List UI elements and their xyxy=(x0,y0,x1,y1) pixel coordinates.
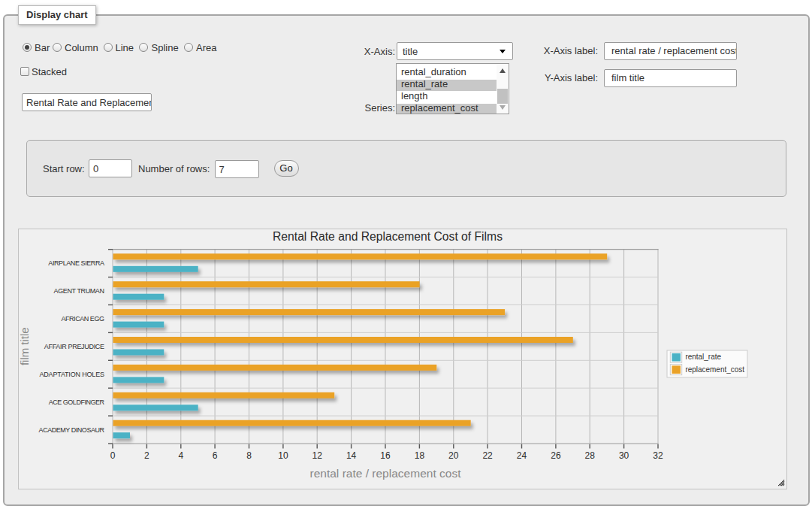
svg-text:28: 28 xyxy=(585,450,596,461)
svg-text:AIRPLANE SIERRA: AIRPLANE SIERRA xyxy=(48,259,104,267)
svg-text:Rental Rate and Replacement Co: Rental Rate and Replacement Cost of Film… xyxy=(273,230,503,243)
svg-text:12: 12 xyxy=(312,450,323,461)
svg-text:14: 14 xyxy=(346,450,357,461)
svg-text:rental rate / replacement cost: rental rate / replacement cost xyxy=(310,467,462,480)
svg-text:ADAPTATION HOLES: ADAPTATION HOLES xyxy=(39,371,104,378)
svg-text:26: 26 xyxy=(551,450,561,461)
svg-text:rental_rate: rental_rate xyxy=(685,352,721,361)
svg-text:ACADEMY DINOSAUR: ACADEMY DINOSAUR xyxy=(39,426,105,434)
svg-text:32: 32 xyxy=(653,450,663,461)
svg-text:0: 0 xyxy=(110,450,116,461)
svg-text:24: 24 xyxy=(517,450,527,461)
svg-text:16: 16 xyxy=(380,450,391,461)
svg-text:film title: film title xyxy=(19,327,31,365)
svg-text:2: 2 xyxy=(144,450,149,461)
svg-text:AFRICAN EGG: AFRICAN EGG xyxy=(61,315,104,323)
svg-text:4: 4 xyxy=(178,450,183,461)
svg-text:AGENT TRUMAN: AGENT TRUMAN xyxy=(54,287,105,295)
svg-text:30: 30 xyxy=(619,450,629,461)
svg-text:AFFAIR PREJUDICE: AFFAIR PREJUDICE xyxy=(44,343,104,350)
svg-text:22: 22 xyxy=(482,450,493,461)
svg-text:18: 18 xyxy=(415,450,425,461)
svg-text:ACE GOLDFINGER: ACE GOLDFINGER xyxy=(49,398,105,406)
svg-text:10: 10 xyxy=(278,450,288,461)
svg-text:20: 20 xyxy=(448,450,459,461)
svg-text:6: 6 xyxy=(213,450,218,461)
svg-text:8: 8 xyxy=(246,450,252,461)
svg-text:replacement_cost: replacement_cost xyxy=(685,365,744,374)
